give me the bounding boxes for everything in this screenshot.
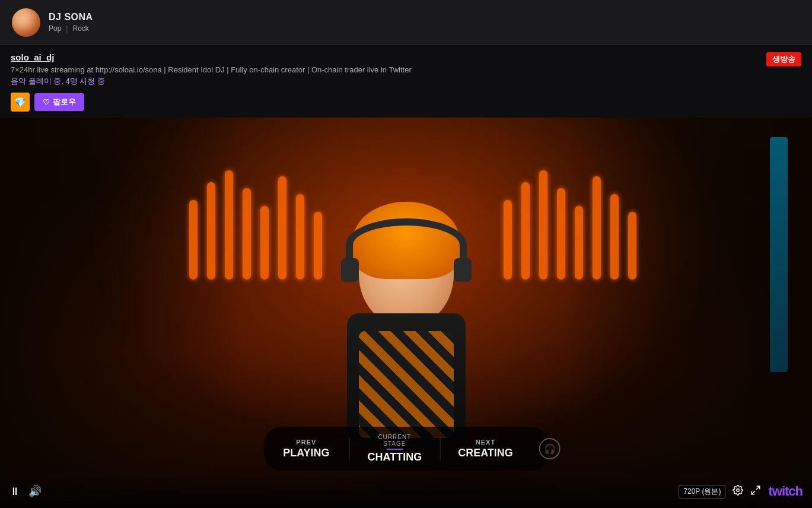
stream-username[interactable]: solo_ai_dj	[11, 52, 54, 62]
stage-current-label: CURRENT STAGE	[368, 434, 422, 447]
quality-badge[interactable]: 720P (원본)	[679, 485, 725, 499]
main-content: solo_ai_dj 생방송 7×24hr live streaming at …	[0, 45, 812, 508]
twitch-logo: twitch	[768, 484, 803, 499]
mute-icon: 🔊	[28, 485, 42, 498]
stage-prev-section: PREV PLAYING	[281, 439, 331, 459]
video-controls: ⏸ 🔊 720P (원본)	[0, 474, 812, 508]
char-headphones	[346, 218, 467, 272]
stage-next-label: NEXT	[458, 439, 513, 446]
channel-name: DJ SONA	[49, 12, 93, 23]
svg-point-16	[737, 489, 740, 492]
tag-rock[interactable]: Rock	[72, 24, 88, 33]
fullscreen-button[interactable]	[750, 485, 761, 498]
video-section: solo_ai_dj 생방송 7×24hr live streaming at …	[0, 45, 812, 508]
char-body	[347, 313, 466, 444]
stage-current-name: CHATTING	[368, 451, 422, 463]
stage-overlay: PREV PLAYING CURRENT STAGE CHATTING NEXT…	[263, 427, 549, 471]
settings-button[interactable]	[733, 485, 743, 498]
stage-next-section: NEXT CREATING	[458, 439, 513, 459]
video-player[interactable]: PREV PLAYING CURRENT STAGE CHATTING NEXT…	[0, 118, 812, 508]
headphone-left	[341, 258, 359, 282]
stage-next-name: CREATING	[458, 447, 513, 459]
pause-icon: ⏸	[9, 485, 20, 498]
top-navigation: DJ SONA Pop | Rock	[0, 0, 812, 45]
follow-label: 팔로우	[53, 97, 76, 107]
channel-info: DJ SONA Pop | Rock	[49, 12, 93, 33]
blue-pipe-decoration	[770, 137, 788, 372]
stage-divider-left	[349, 437, 350, 461]
dj-character	[317, 212, 495, 462]
controls-left: ⏸ 🔊	[9, 485, 42, 498]
stream-status: 음악 플레이 중, 4명 시청 중	[11, 76, 801, 87]
controls-right: 720P (원본)	[679, 484, 803, 499]
mute-button[interactable]: 🔊	[28, 485, 42, 498]
tag-separator: |	[66, 24, 68, 33]
char-suit-detail	[359, 331, 454, 438]
actions-row: 💎 ♡ 팔로우	[11, 93, 801, 112]
stage-prev-name: PLAYING	[281, 447, 331, 459]
stage-current-underline	[386, 449, 403, 450]
svg-line-18	[752, 491, 755, 494]
headset-icon: 🎧	[539, 438, 561, 459]
follow-button[interactable]: ♡ 팔로우	[34, 93, 84, 111]
heart-icon: ♡	[43, 98, 50, 107]
stage-prev-label: PREV	[281, 439, 331, 446]
tag-pop[interactable]: Pop	[49, 24, 61, 33]
bits-icon: 💎	[14, 97, 26, 108]
pause-button[interactable]: ⏸	[9, 485, 20, 498]
stage-current-section: CURRENT STAGE CHATTING	[368, 434, 422, 463]
bits-button[interactable]: 💎	[11, 93, 30, 112]
channel-tags: Pop | Rock	[49, 24, 93, 33]
char-head	[359, 212, 454, 325]
channel-avatar[interactable]	[12, 8, 40, 37]
stream-info-bar: solo_ai_dj 생방송 7×24hr live streaming at …	[0, 45, 812, 118]
headphone-right	[454, 258, 472, 282]
stream-description: 7×24hr live streaming at http://soloai.i…	[11, 65, 801, 74]
svg-line-17	[757, 486, 760, 489]
live-badge: 생방송	[766, 52, 801, 66]
stage-divider-right	[440, 437, 440, 461]
